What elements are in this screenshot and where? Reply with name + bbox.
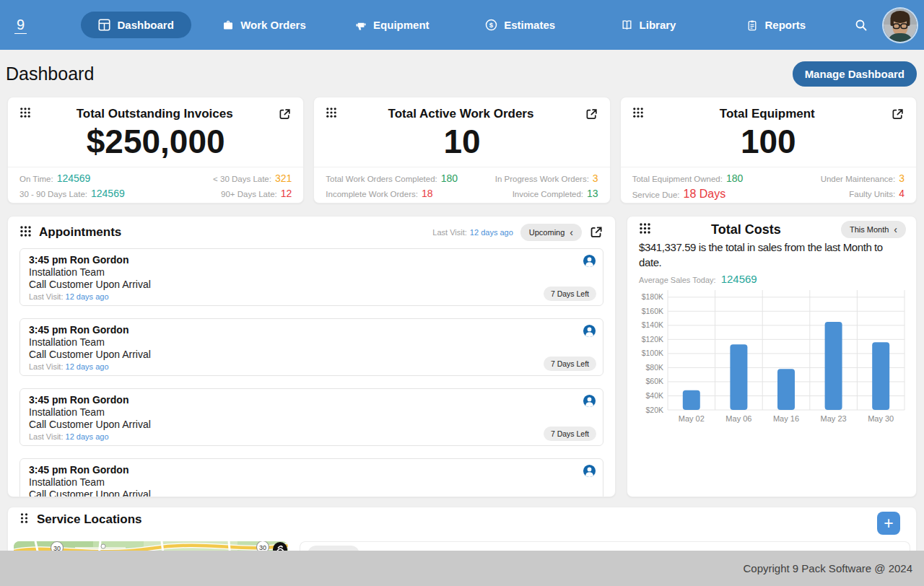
appointment-team: Installation Team (29, 406, 594, 419)
card-value: 10 (314, 122, 609, 161)
nav-item-equipment[interactable]: Equipment (328, 12, 456, 38)
appointments-card: Appointments Last Visit: 12 days ago Upc… (7, 216, 616, 497)
stat-line: Total Equipment Owned:180 (632, 172, 769, 184)
total-costs-title: Total Costs (651, 222, 841, 237)
upcoming-filter-pill[interactable]: Upcoming‹ (520, 224, 582, 241)
search-icon[interactable] (855, 19, 868, 32)
appointment-time-name: 3:45 pm Ron Gordon (29, 323, 594, 336)
copyright-text: Copyright 9 Pack Software @ 2024 (743, 562, 912, 574)
clipboard-icon (746, 19, 758, 31)
svg-text:May 30: May 30 (868, 414, 894, 423)
appointment-time-name: 3:45 pm Ron Gordon (29, 253, 594, 266)
external-link-icon[interactable] (278, 108, 292, 121)
nav-item-dashboard[interactable]: Dashboard (72, 12, 200, 38)
appointment-note: Call Customer Upon Arrival (29, 349, 594, 361)
person-icon (583, 464, 596, 481)
brand-logo[interactable]: 9 (14, 17, 33, 33)
service-locations-title: Service Locations (37, 512, 142, 528)
footer: Copyright 9 Pack Software @ 2024 (0, 551, 924, 586)
stat-line: 90+ Days Late:12 (156, 188, 292, 199)
card-value: $250,000 (8, 122, 303, 161)
period-pill[interactable]: This Month‹ (841, 221, 906, 238)
briefcase-icon (222, 19, 234, 31)
card-value: 100 (621, 122, 916, 161)
grid-handle-icon[interactable] (639, 222, 651, 237)
stat-line: Service Due:18 Days (632, 188, 769, 201)
stat-line: Under Maintenance:3 (768, 172, 905, 184)
svg-text:$20K: $20K (645, 406, 663, 414)
grid-handle-icon[interactable] (19, 107, 31, 121)
card-total-outstanding-invoices: Total Outstanding Invoices $250,000 On T… (7, 97, 304, 204)
stat-line: In Progress Work Orders:3 (462, 172, 598, 184)
appointment-team: Installation Team (29, 476, 594, 489)
grid-handle-icon[interactable] (326, 107, 337, 121)
svg-text:30: 30 (259, 544, 266, 551)
person-icon (583, 394, 596, 411)
days-left-badge: 7 Days Left (544, 287, 596, 301)
nav-label: Reports (764, 19, 806, 31)
chevron-left-icon: ‹ (894, 227, 897, 232)
costs-summary: $341,337.59 is the total in sales from t… (627, 238, 916, 270)
appointment-note: Call Customer Upon Arrival (29, 489, 594, 497)
stat-line: Faulty Units:4 (768, 188, 905, 201)
person-icon (583, 254, 596, 271)
appointment-time-name: 3:45 pm Ron Gordon (29, 393, 594, 406)
nav-label: Estimates (504, 19, 555, 31)
nav-item-estimates[interactable]: $ Estimates (456, 12, 584, 38)
svg-text:$80K: $80K (645, 363, 663, 372)
svg-text:$120K: $120K (642, 335, 663, 344)
stat-line: On Time:124569 (19, 172, 156, 184)
svg-text:May 06: May 06 (725, 414, 751, 423)
external-link-icon[interactable] (589, 225, 603, 240)
appointment-time-name: 3:45 pm Ron Gordon (29, 463, 594, 476)
svg-text:$140K: $140K (642, 320, 663, 329)
manage-dashboard-button[interactable]: Manage Dashboard (793, 61, 917, 87)
nav-item-reports[interactable]: Reports (712, 12, 840, 38)
svg-text:$100K: $100K (642, 349, 663, 357)
stat-line: Incomplete Work Orders:18 (326, 188, 462, 199)
drag-handle-icon[interactable] (19, 512, 29, 527)
external-link-icon[interactable] (585, 108, 598, 121)
appointment-item[interactable]: 3:45 pm Ron Gordon Installation Team Cal… (19, 458, 603, 497)
appointment-item[interactable]: 3:45 pm Ron Gordon Installation Team Cal… (19, 248, 603, 306)
drill-icon (355, 19, 367, 31)
svg-text:May 16: May 16 (773, 414, 799, 423)
plus-icon: + (884, 514, 893, 533)
appointment-team: Installation Team (29, 336, 594, 349)
appointment-item[interactable]: 3:45 pm Ron Gordon Installation Team Cal… (19, 388, 603, 446)
last-visit-value[interactable]: 12 days ago (470, 228, 513, 237)
nav-label: Dashboard (117, 19, 173, 31)
last-visit-label: Last Visit: (432, 228, 467, 237)
external-link-icon[interactable] (891, 108, 905, 121)
card-total-active-work-orders: Total Active Work Orders 10 Total Work O… (313, 97, 610, 204)
appointment-last-visit: Last Visit: 12 days ago (29, 432, 594, 442)
appointment-note: Call Customer Upon Arrival (29, 279, 594, 291)
nav-item-work-orders[interactable]: Work Orders (200, 12, 328, 38)
svg-text:$60K: $60K (645, 377, 663, 385)
stat-line: Total Work Orders Completed:180 (326, 172, 462, 184)
grid-handle-icon[interactable] (19, 225, 32, 240)
top-nav: 9 Dashboard Work Orders Equipment $ Esti… (0, 0, 924, 50)
days-left-badge: 7 Days Left (544, 497, 596, 497)
stat-cards-row: Total Outstanding Invoices $250,000 On T… (0, 97, 924, 204)
page-title: Dashboard (6, 64, 94, 84)
add-location-button[interactable]: + (877, 512, 900, 535)
svg-text:$160K: $160K (642, 307, 663, 315)
total-costs-bar-chart: $20K$40K$60K$80K$100K$120K$140K$160K$180… (635, 286, 910, 427)
appointment-team: Installation Team (29, 266, 594, 279)
dashboard-icon (98, 19, 110, 31)
dollar-circle-icon: $ (485, 19, 497, 31)
stat-line: Invoice Completed:13 (462, 188, 598, 199)
nav-item-library[interactable]: Library (584, 12, 712, 38)
days-left-badge: 7 Days Left (544, 357, 596, 371)
card-title: Total Equipment (644, 107, 891, 121)
book-icon (621, 19, 633, 31)
nav-label: Equipment (373, 19, 430, 31)
stat-line: 30 - 90 Days Late:124569 (19, 188, 156, 199)
grid-handle-icon[interactable] (632, 107, 644, 121)
appointment-item[interactable]: 3:45 pm Ron Gordon Installation Team Cal… (19, 318, 603, 376)
svg-text:$: $ (489, 21, 494, 29)
user-avatar[interactable] (884, 9, 917, 42)
appointment-note: Call Customer Upon Arrival (29, 419, 594, 431)
nav-menu: Dashboard Work Orders Equipment $ Estima… (72, 12, 840, 38)
